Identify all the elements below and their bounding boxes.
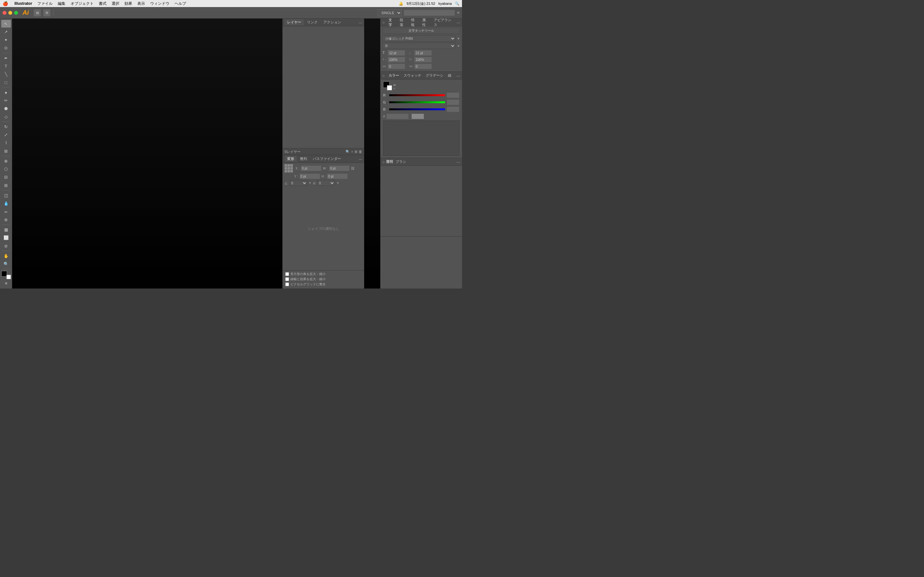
tab-color[interactable]: カラー (387, 73, 401, 79)
stroke-swatch-color[interactable] (387, 85, 392, 90)
tab-swatches[interactable]: スウォッチ (402, 73, 423, 79)
red-value[interactable] (447, 92, 459, 98)
hex-input[interactable] (386, 113, 409, 119)
perspective-grid-tool[interactable]: ⊟ (1, 173, 11, 181)
artboard-tool[interactable]: ⬜ (1, 234, 11, 242)
tracking-input[interactable] (388, 63, 405, 69)
tab-stroke[interactable]: 線 (446, 73, 453, 79)
chain-link-icon[interactable]: ⛓ (351, 166, 355, 170)
menu-effect[interactable]: 効果 (124, 1, 132, 6)
mesh-tool[interactable]: ⊞ (1, 181, 11, 189)
menu-select[interactable]: 選択 (111, 1, 120, 6)
tab-appearance[interactable]: アピアランス (432, 17, 456, 28)
blend-tool[interactable]: ∞ (1, 208, 11, 215)
none-color-btn[interactable]: ? (393, 87, 396, 90)
menu-view[interactable]: 表示 (137, 1, 145, 6)
tab-pathfinder[interactable]: パスファインダー (310, 156, 344, 162)
close-button[interactable] (3, 11, 6, 15)
view-mode-select[interactable]: SINGLE (378, 9, 402, 16)
blue-slider[interactable] (389, 108, 445, 111)
transparency-tab[interactable]: 透明 (386, 159, 393, 164)
leading-input[interactable] (414, 50, 432, 56)
scale-tool[interactable]: ⤢ (1, 131, 11, 139)
angle-select[interactable]: 0 (290, 180, 307, 186)
selection-tool[interactable]: ↖ (1, 20, 11, 27)
maximize-button[interactable] (14, 11, 18, 15)
menu-object[interactable]: オブジェクト (71, 1, 94, 6)
font-family-select[interactable]: 小塚ゴシック Pr6N (383, 35, 456, 42)
menu-edit[interactable]: 編集 (58, 1, 65, 6)
scale-v-input[interactable] (414, 57, 432, 63)
gradient-tool[interactable]: ◫ (1, 191, 11, 199)
tab-character[interactable]: 文字 (387, 17, 397, 28)
apple-menu[interactable]: 🍎 (3, 1, 8, 6)
color-panel-collapse[interactable]: — (457, 74, 460, 77)
layers-copy-button[interactable]: ⊞ (355, 150, 357, 154)
pen-tool[interactable]: ✒ (1, 54, 11, 62)
pixel-grid-checkbox[interactable] (285, 282, 289, 286)
shape-builder-tool[interactable]: ⊕ (1, 157, 11, 165)
baseline-input[interactable] (414, 63, 432, 69)
rectangle-tool[interactable]: □ (1, 79, 11, 86)
warp-tool[interactable]: ⌇ (1, 139, 11, 147)
font-style-select[interactable]: R (383, 43, 456, 49)
tab-attributes[interactable]: 属性 (420, 17, 431, 28)
line-tool[interactable]: ╲ (1, 71, 11, 78)
type-touch-tool-button[interactable]: 文字タッチツール (383, 27, 460, 34)
tab-paragraph[interactable]: 段落 (398, 17, 409, 28)
layers-search-button[interactable]: 🔍 (346, 150, 350, 154)
y-input[interactable] (299, 173, 320, 179)
none-button[interactable]: ⊗ (1, 279, 11, 287)
layers-delete-button[interactable]: 🗑 (359, 150, 362, 154)
magic-wand-tool[interactable]: ✦ (1, 36, 11, 44)
menu-window[interactable]: ウィンドウ (150, 1, 170, 6)
hand-tool[interactable]: ✋ (1, 252, 11, 259)
panel-toggle-icon[interactable]: ≡ (457, 10, 459, 15)
tab-actions[interactable]: アクション (321, 19, 344, 25)
symbol-sprayer-tool[interactable]: ⊛ (1, 216, 11, 223)
layers-collapse[interactable]: — (359, 21, 362, 24)
arrange-button[interactable]: ▤ (33, 9, 41, 17)
green-slider[interactable] (389, 101, 445, 103)
type-tool[interactable]: T (1, 62, 11, 70)
direct-selection-tool[interactable]: ↗ (1, 28, 11, 35)
h-input[interactable] (327, 173, 348, 179)
x-input[interactable] (300, 165, 321, 171)
menu-file[interactable]: ファイル (37, 1, 53, 6)
shear-select[interactable]: 0 (317, 180, 335, 186)
tab-info[interactable]: 情報 (409, 17, 420, 28)
stroke-swatch[interactable] (6, 275, 11, 279)
blue-value[interactable] (447, 106, 459, 112)
green-value[interactable] (447, 99, 459, 105)
scale-strokes-checkbox[interactable] (285, 277, 289, 281)
search-input[interactable] (404, 10, 455, 16)
minimize-button[interactable] (8, 11, 12, 15)
eyedropper-tool[interactable]: 💧 (1, 200, 11, 207)
rotate-tool[interactable]: ↻ (1, 123, 11, 131)
font-size-input[interactable] (388, 50, 405, 56)
live-paint-tool[interactable]: ⬡ (1, 165, 11, 173)
column-graph-tool[interactable]: ▦ (1, 226, 11, 234)
w-input[interactable] (329, 165, 350, 171)
eraser-tool[interactable]: ◇ (1, 113, 11, 121)
color-mode-toggle[interactable]: ⇄ (393, 83, 396, 87)
transform-anchor-grid[interactable] (284, 164, 293, 172)
pencil-tool[interactable]: ✏ (1, 97, 11, 104)
scale-corners-checkbox[interactable] (285, 272, 289, 276)
free-transform-tool[interactable]: ⊞ (1, 147, 11, 155)
zoom-tool[interactable]: 🔍 (1, 260, 11, 268)
tab-gradient[interactable]: グラデーシ (424, 73, 445, 79)
menu-type[interactable]: 書式 (99, 1, 107, 6)
blob-brush-tool[interactable]: ⬟ (1, 105, 11, 113)
tab-layers[interactable]: レイヤー (284, 19, 304, 25)
brush-tool[interactable]: ♠ (1, 89, 11, 96)
red-slider[interactable] (389, 94, 445, 97)
lasso-tool[interactable]: ⊙ (1, 44, 11, 52)
tab-transform[interactable]: 変形 (284, 156, 297, 162)
scale-h-input[interactable] (388, 57, 405, 63)
brush-tab[interactable]: ブラシ (393, 159, 409, 165)
transform-panel-collapse[interactable]: — (359, 157, 362, 161)
char-panel-collapse[interactable]: — (457, 21, 460, 24)
tab-links[interactable]: リンク (304, 19, 320, 25)
menu-help[interactable]: ヘルプ (174, 1, 186, 6)
